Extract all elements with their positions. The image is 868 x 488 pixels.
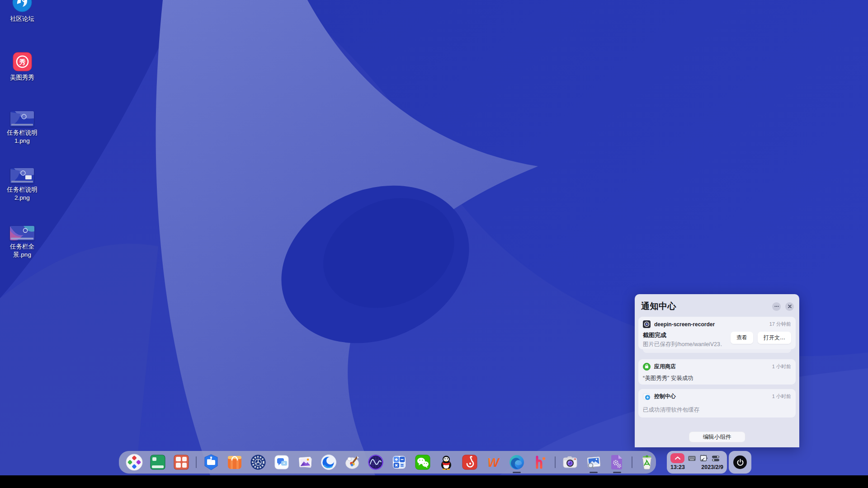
svg-text:秀: 秀 xyxy=(19,58,26,66)
multitasking-view-icon[interactable] xyxy=(149,453,167,471)
notification-control-center[interactable]: 控制中心 1 小时前 已成功清理软件包缓存 xyxy=(638,389,796,418)
view-button[interactable]: 查看 xyxy=(731,332,753,344)
window-grid-icon[interactable] xyxy=(172,453,190,471)
notification-app-name: deepin-screen-recorder xyxy=(654,321,766,328)
notification-screen-recorder[interactable]: deepin-screen-recorder 17 分钟前 截图完成 图片已保存… xyxy=(638,317,796,349)
dock-separator xyxy=(555,456,556,468)
shutdown-button[interactable] xyxy=(733,455,747,469)
clock-date[interactable]: 2023/2/9 xyxy=(701,464,723,470)
desktop-icon-meitu[interactable]: 秀 美图秀秀 xyxy=(0,52,44,82)
clock-time[interactable]: 13:23 xyxy=(670,464,685,470)
desktop-icon-file-2[interactable]: 任务栏说明 2.png xyxy=(0,168,44,202)
notification-time: 17 分钟前 xyxy=(769,321,791,328)
power-icon xyxy=(736,459,744,466)
netease-cloud-music-icon[interactable] xyxy=(461,453,479,471)
notification-center-title: 通知中心 xyxy=(641,300,768,312)
wechat-icon[interactable] xyxy=(414,453,432,471)
system-tray: 13:23 2023/2/9 xyxy=(667,451,727,474)
image-thumbnail xyxy=(10,226,34,240)
app-store-icon xyxy=(643,363,651,371)
notification-time: 1 小时前 xyxy=(772,393,791,400)
edge-browser-icon[interactable] xyxy=(508,453,526,471)
running-indicator xyxy=(590,472,598,473)
wps-office-icon[interactable]: W xyxy=(484,453,502,471)
notification-app-name: 控制中心 xyxy=(654,393,769,400)
notification-app-store[interactable]: 应用商店 1 小时前 “美图秀秀” 安装成功 xyxy=(638,359,796,385)
chevron-up-icon xyxy=(675,456,681,460)
power-panel xyxy=(729,451,751,474)
notification-app-name: 应用商店 xyxy=(654,363,769,371)
toggles-settings-icon[interactable] xyxy=(712,455,720,462)
draw-icon[interactable] xyxy=(343,453,361,471)
screen-letterbox xyxy=(0,475,868,488)
dock-separator xyxy=(632,456,632,468)
image-viewer-icon[interactable] xyxy=(585,453,603,471)
camera-icon[interactable] xyxy=(561,453,579,471)
edit-widgets-button[interactable]: 编辑小组件 xyxy=(689,432,745,442)
app-store-icon[interactable] xyxy=(226,453,244,471)
desktop-icon-label: 美图秀秀 xyxy=(10,74,34,82)
desktop-icon-label: 社区论坛 xyxy=(10,15,34,23)
svg-text:W: W xyxy=(487,456,500,469)
album-icon[interactable] xyxy=(296,453,314,471)
desktop-icon-label: 任务栏说明 2.png xyxy=(7,186,38,202)
calculator-icon[interactable] xyxy=(390,453,408,471)
package-installer-icon[interactable] xyxy=(608,453,626,471)
trash-icon[interactable] xyxy=(638,453,656,471)
image-thumbnail xyxy=(10,111,34,127)
notification-center: 通知中心 deepin-screen-recorder 17 分钟前 截图完成 … xyxy=(635,294,799,447)
desktop: 社区论坛 秀 美图秀秀 任务栏说明 1.png xyxy=(0,0,868,475)
launcher-icon[interactable] xyxy=(125,453,143,471)
qq-icon[interactable] xyxy=(437,453,455,471)
onboard-screen-icon[interactable] xyxy=(699,455,708,462)
notification-stack-indicator[interactable] xyxy=(643,349,791,353)
more-icon[interactable] xyxy=(772,302,781,311)
desktop-icon-panorama[interactable]: 任务栏全 景.png xyxy=(0,226,44,259)
notification-body: 图片已保存到/home/wanleiV23… xyxy=(643,341,722,348)
dock-separator xyxy=(196,456,197,468)
notification-body: “美图秀秀” 安装成功 xyxy=(643,375,791,382)
desktop-icon-label: 任务栏全 景.png xyxy=(10,243,34,259)
notification-body: 已成功清理软件包缓存 xyxy=(643,406,791,414)
open-folder-button[interactable]: 打开文… xyxy=(758,332,791,344)
running-indicator xyxy=(613,472,621,473)
control-center-update-icon xyxy=(643,393,651,400)
desktop-icon-community-forum[interactable]: 社区论坛 xyxy=(0,0,44,23)
browser-icon[interactable] xyxy=(320,453,338,471)
community-forum-icon xyxy=(12,0,33,13)
meitu-icon: 秀 xyxy=(13,52,32,71)
chat-icon[interactable] xyxy=(273,453,291,471)
desktop-icon-label: 任务栏说明 1.png xyxy=(7,129,38,145)
control-center-icon[interactable] xyxy=(249,453,267,471)
desktop-icon-file-1[interactable]: 任务栏说明 1.png xyxy=(0,111,44,145)
dock: W xyxy=(119,451,656,474)
close-icon[interactable] xyxy=(785,302,794,311)
image-thumbnail xyxy=(10,168,34,183)
notification-time: 1 小时前 xyxy=(772,363,791,370)
tray-expand-button[interactable] xyxy=(670,453,684,463)
screen-recorder-icon xyxy=(643,320,651,328)
file-manager-icon[interactable] xyxy=(202,453,220,471)
running-indicator xyxy=(513,472,521,473)
keyboard-layout-icon[interactable] xyxy=(688,455,696,461)
hi-app-icon[interactable] xyxy=(531,453,549,471)
music-icon[interactable] xyxy=(367,453,385,471)
